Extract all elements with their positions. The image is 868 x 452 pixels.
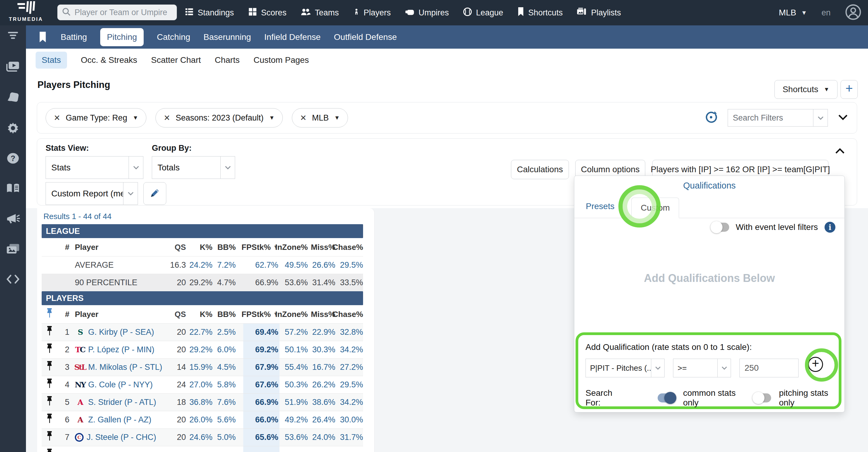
column-header-qs[interactable]: QS <box>166 238 186 256</box>
sidebar-item-images[interactable] <box>0 244 26 256</box>
report-select[interactable]: Custom Report (me) <box>45 182 138 205</box>
column-header-rank[interactable]: # <box>57 305 69 323</box>
stat-value[interactable]: 5.8% <box>213 376 236 393</box>
stat-value[interactable]: 15.9% <box>186 359 213 376</box>
stat-value[interactable]: 27.2% <box>335 359 363 376</box>
pin-cell[interactable] <box>42 394 57 411</box>
stat-value[interactable]: 50.3% <box>279 376 308 393</box>
stat-value[interactable]: 67.6% <box>243 376 279 393</box>
column-header-fpstk[interactable]: FPStk%▼ <box>243 305 279 323</box>
stat-value[interactable]: 49.5% <box>279 256 308 274</box>
primary-tab-batting[interactable]: Batting <box>61 32 87 42</box>
stat-value[interactable]: 24.0% <box>308 429 335 446</box>
sidebar-item-video-playlist[interactable] <box>0 61 26 74</box>
remove-filter-icon[interactable]: ✕ <box>54 113 60 123</box>
tab-presets[interactable]: Presets <box>586 201 615 211</box>
stat-value[interactable]: 26.4% <box>308 411 335 428</box>
collapse-filters-chevron-icon[interactable] <box>838 114 848 122</box>
column-header-inzone[interactable]: InZone% <box>279 238 308 256</box>
column-header-fpstk[interactable]: FPStk%▼ <box>243 238 279 256</box>
stat-value[interactable]: 34.2% <box>335 341 363 358</box>
topnav-item-playlists[interactable]: Playlists <box>577 7 621 19</box>
topnav-item-teams[interactable]: Teams <box>301 7 339 19</box>
view-tab-charts[interactable]: Charts <box>215 55 239 65</box>
sidebar-item-book[interactable] <box>0 182 26 195</box>
sidebar-item-code[interactable] <box>0 274 26 285</box>
player-name-link[interactable]: Z. Gallen (P - AZ) <box>88 415 152 424</box>
stat-value[interactable]: 49.2% <box>279 411 308 428</box>
avatar-icon[interactable] <box>845 4 861 22</box>
pin-cell[interactable] <box>42 376 57 393</box>
stat-value[interactable]: 62.7% <box>243 256 279 274</box>
stat-value[interactable]: 7.2% <box>213 256 236 274</box>
stat-value[interactable]: 67.9% <box>243 359 279 376</box>
column-header-player[interactable]: Player <box>69 238 166 256</box>
pin-cell[interactable] <box>42 359 57 376</box>
pin-cell[interactable] <box>42 446 57 452</box>
collapse-panel-chevron-icon[interactable] <box>835 148 845 156</box>
stat-value[interactable]: 65.6% <box>243 429 279 446</box>
stat-value[interactable]: 26.6% <box>308 256 335 274</box>
remove-filter-icon[interactable]: ✕ <box>163 113 170 123</box>
sidebar-item-megaphone[interactable] <box>0 213 26 225</box>
player-name-link[interactable]: G. Kirby (P - SEA) <box>88 328 154 337</box>
threshold-input[interactable] <box>739 359 799 377</box>
sidebar-item-help[interactable]: ? <box>0 152 26 166</box>
brand-logo[interactable]: TRUMEDIA <box>2 1 50 22</box>
primary-tab-infield-defense[interactable]: Infield Defense <box>265 32 321 42</box>
stat-value[interactable]: 32.8% <box>335 323 363 341</box>
stat-value[interactable]: 2.5% <box>213 323 236 341</box>
primary-tab-baserunning[interactable]: Baserunning <box>204 32 251 42</box>
column-header-inzone[interactable]: InZone% <box>279 305 308 323</box>
event-level-filters-toggle[interactable] <box>712 223 729 232</box>
column-header-bb[interactable]: BB% <box>213 305 236 323</box>
sidebar-item-cards[interactable] <box>0 91 26 104</box>
stat-value[interactable]: 22.7% <box>186 323 213 341</box>
column-header-miss[interactable]: Miss% <box>308 238 335 256</box>
pin-column-header[interactable] <box>42 305 57 323</box>
column-header-k[interactable]: K% <box>186 305 213 323</box>
topnav-item-players[interactable]: Players <box>353 7 391 19</box>
stat-value[interactable]: 29.5% <box>335 256 363 274</box>
topnav-item-umpires[interactable]: Umpires <box>405 7 449 19</box>
stat-value[interactable]: 57.2% <box>279 323 308 341</box>
info-icon[interactable]: i <box>825 222 835 233</box>
stat-value[interactable]: 7.6% <box>213 394 236 411</box>
calculations-button[interactable]: Calculations <box>511 160 569 179</box>
topnav-item-scores[interactable]: Scores <box>248 7 286 19</box>
column-header-chase[interactable]: Chase% <box>335 238 363 256</box>
stat-value[interactable]: 6.0% <box>213 341 236 358</box>
stat-value[interactable]: 5.6% <box>213 411 236 428</box>
column-header-rank[interactable]: # <box>57 238 69 256</box>
common-stats-only-toggle[interactable] <box>658 393 675 402</box>
stat-value[interactable]: 5.0% <box>213 429 236 446</box>
topnav-item-standings[interactable]: Standings <box>185 7 234 19</box>
stat-value[interactable]: 69.2% <box>243 341 279 358</box>
remove-filter-icon[interactable]: ✕ <box>300 113 307 123</box>
stat-value[interactable]: 26.2% <box>308 376 335 393</box>
view-tab-occ-streaks[interactable]: Occ. & Streaks <box>81 55 137 65</box>
history-icon[interactable] <box>705 111 717 125</box>
player-name-link[interactable]: M. Mikolas (P - STL) <box>88 363 162 372</box>
column-header-bb[interactable]: BB% <box>213 238 236 256</box>
stat-value[interactable]: 55.4% <box>279 359 308 376</box>
player-name-link[interactable]: S. Strider (P - ATL) <box>88 398 156 407</box>
view-tab-custom-pages[interactable]: Custom Pages <box>253 55 309 65</box>
column-header-qs[interactable]: QS <box>166 305 186 323</box>
tab-custom[interactable]: Custom <box>631 198 679 218</box>
primary-tab-outfield-defense[interactable]: Outfield Defense <box>334 32 397 42</box>
player-name-link[interactable]: G. Cole (P - NYY) <box>88 380 153 390</box>
stat-value[interactable]: 16.7% <box>308 359 335 376</box>
stat-value[interactable]: 34.2% <box>335 394 363 411</box>
stat-value[interactable]: 30.0% <box>335 411 363 428</box>
stat-value[interactable]: 36.8% <box>186 394 213 411</box>
edit-report-button[interactable] <box>143 182 166 205</box>
topnav-item-league[interactable]: League <box>463 7 503 19</box>
filter-chip-mlb[interactable]: ✕MLB▼ <box>292 108 348 128</box>
player-name-link[interactable]: P. López (P - MIN) <box>88 345 155 355</box>
operator-select[interactable]: >= <box>673 359 731 377</box>
sidebar-item-gear[interactable] <box>0 122 26 136</box>
stat-value[interactable]: 31.7% <box>335 429 363 446</box>
sidebar-item-filter[interactable] <box>0 30 26 42</box>
search-input[interactable] <box>74 8 172 17</box>
